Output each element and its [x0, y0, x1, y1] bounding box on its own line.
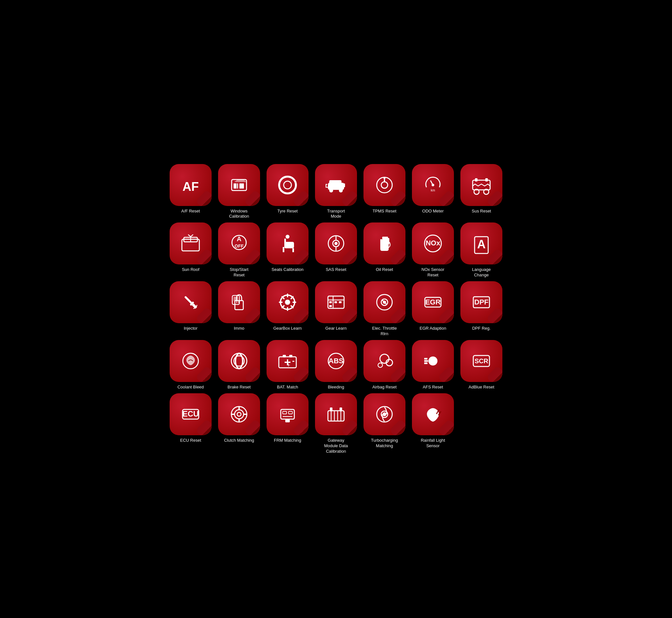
icon-svg-ecu-reset: ECU [179, 403, 202, 426]
label-rainfall-light-sensor: Rainfall Light Sensor [421, 438, 445, 449]
item-rainfall-light-sensor[interactable]: Rainfall Light Sensor [410, 393, 455, 454]
item-egr-adaption[interactable]: EGREGR Adaption [410, 281, 455, 337]
icon-box-tyre-reset [266, 164, 309, 206]
label-afs-reset: AFS Reset [423, 385, 443, 390]
item-afs-reset[interactable]: AFS Reset [410, 340, 455, 390]
icon-svg-sus-reset [470, 174, 493, 196]
icon-svg-language-change: A [470, 232, 493, 255]
svg-point-14 [384, 177, 386, 179]
label-transport-mode: Transport Mode [327, 209, 345, 220]
svg-rect-35 [386, 238, 389, 244]
svg-text:EGR: EGR [425, 298, 441, 306]
svg-text:A: A [477, 238, 486, 251]
svg-rect-107 [330, 407, 332, 411]
svg-rect-97 [281, 409, 294, 419]
item-immo[interactable]: Immo [217, 281, 262, 337]
svg-rect-108 [340, 407, 342, 411]
item-brake-reset[interactable]: Brake Reset [217, 340, 262, 390]
item-coolant-bleed[interactable]: Coolant Bleed [168, 340, 213, 390]
item-tpms-reset[interactable]: TPMS Reset [362, 164, 407, 220]
item-gearbox-learn[interactable]: GearBox Learn [265, 281, 310, 337]
item-bat-match[interactable]: +BAT. Match [265, 340, 310, 390]
icon-svg-tpms-reset [373, 174, 396, 196]
item-sun-roof[interactable]: Sun Roof [168, 222, 213, 278]
icon-svg-clutch-matching [228, 403, 250, 426]
label-airbag-reset: Airbag Reset [372, 385, 397, 390]
icon-svg-stop-start-reset: AOFF [228, 232, 250, 255]
svg-text:A: A [237, 235, 241, 242]
icon-box-af-reset: AF [170, 164, 212, 206]
item-stop-start-reset[interactable]: AOFFStop/Start Reset [217, 222, 262, 278]
icon-box-seats-calibration [266, 222, 309, 265]
label-sus-reset: Sus Reset [472, 209, 491, 214]
item-seats-calibration[interactable]: Seats Calibration [265, 222, 310, 278]
label-injector: Injector [184, 326, 198, 331]
svg-rect-19 [473, 180, 490, 190]
label-oil-reset: Oil Reset [376, 267, 393, 273]
item-language-change[interactable]: ALanguage Change [459, 222, 504, 278]
icon-svg-adblue-reset: SCR [470, 350, 493, 372]
item-turbocharging-matching[interactable]: Turbocharging Matching [362, 393, 407, 454]
item-sus-reset[interactable]: Sus Reset [459, 164, 504, 220]
item-odo-meter[interactable]: kmODO Meter [410, 164, 455, 220]
svg-rect-22 [475, 178, 478, 182]
icon-box-elec-throttle-rlrn [363, 281, 406, 323]
icon-svg-windows-calibration [228, 174, 250, 196]
icon-svg-gear-learn [325, 291, 347, 314]
label-af-reset: A/F Reset [181, 209, 200, 214]
svg-point-111 [383, 412, 387, 416]
label-gateway-module: Gateway Module Data Calibration [324, 438, 348, 454]
item-nox-sensor-reset[interactable]: NOxNOx Sensor Reset [410, 222, 455, 278]
item-sas-reset[interactable]: SAS Reset [313, 222, 359, 278]
icon-box-gear-learn [315, 281, 357, 323]
item-transport-mode[interactable]: Transport Mode [313, 164, 359, 220]
icon-svg-egr-adaption: EGR [422, 291, 444, 314]
icon-svg-nox-sensor-reset: NOx [422, 232, 444, 255]
label-coolant-bleed: Coolant Bleed [177, 385, 204, 390]
icon-box-turbocharging-matching [363, 393, 406, 435]
svg-rect-3 [239, 183, 244, 189]
icon-box-tpms-reset [363, 164, 406, 206]
item-tyre-reset[interactable]: Tyre Reset [265, 164, 310, 220]
item-injector[interactable]: Injector [168, 281, 213, 337]
label-bleeding: Bleeding [328, 385, 344, 390]
svg-point-82 [428, 356, 437, 366]
item-gear-learn[interactable]: Gear Learn [313, 281, 359, 337]
svg-text:SCR: SCR [475, 357, 489, 365]
svg-point-5 [279, 177, 296, 193]
item-ecu-reset[interactable]: ECUECU Reset [168, 393, 213, 454]
item-af-reset[interactable]: AFA/F Reset [168, 164, 213, 220]
icon-box-immo [218, 281, 260, 323]
icon-box-clutch-matching [218, 393, 260, 435]
item-oil-reset[interactable]: Oil Reset [362, 222, 407, 278]
item-windows-calibration[interactable]: Windows Calibration [217, 164, 262, 220]
item-bleeding[interactable]: ABSBleeding [313, 340, 359, 390]
item-airbag-reset[interactable]: Airbag Reset [362, 340, 407, 390]
svg-rect-2 [234, 183, 238, 189]
icon-svg-oil-reset [373, 232, 396, 255]
svg-rect-55 [334, 301, 337, 303]
svg-text:DPF: DPF [474, 298, 489, 306]
icon-box-language-change: A [460, 222, 502, 265]
label-language-change: Language Change [472, 267, 491, 278]
icon-svg-af-reset: AF [179, 174, 202, 196]
label-turbocharging-matching: Turbocharging Matching [371, 438, 398, 449]
svg-text:OFF: OFF [235, 243, 244, 248]
icon-box-odo-meter: km [412, 164, 454, 206]
icon-svg-afs-reset [422, 350, 444, 372]
svg-point-10 [339, 189, 343, 192]
label-egr-adaption: EGR Adaption [420, 326, 446, 331]
item-adblue-reset[interactable]: SCRAdBlue Reset [459, 340, 504, 390]
svg-text:NOx: NOx [425, 239, 440, 247]
label-elec-throttle-rlrn: Elec. Throttle Rlrn [372, 326, 397, 337]
icon-box-sus-reset [460, 164, 502, 206]
item-gateway-module[interactable]: Gateway Module Data Calibration [313, 393, 359, 454]
item-elec-throttle-rlrn[interactable]: Elec. Throttle Rlrn [362, 281, 407, 337]
svg-rect-57 [329, 305, 332, 307]
item-dpf-reg[interactable]: DPFDPF Reg. [459, 281, 504, 337]
item-clutch-matching[interactable]: Clutch Matching [217, 393, 262, 454]
icon-box-oil-reset [363, 222, 406, 265]
icon-box-adblue-reset: SCR [460, 340, 502, 382]
icon-svg-brake-reset [228, 350, 250, 372]
item-frm-matching[interactable]: FRM Matching [265, 393, 310, 454]
